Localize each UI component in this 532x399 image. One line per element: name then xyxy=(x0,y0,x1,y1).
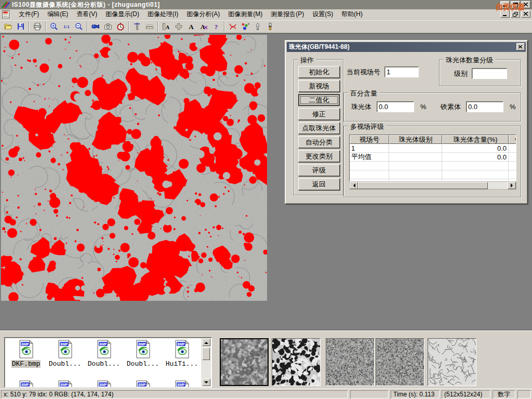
grade-input[interactable] xyxy=(472,68,507,79)
svg-text:BMP: BMP xyxy=(177,383,185,387)
file-browser[interactable]: BMPDKF.bmpBMPDoubl...BMPDoubl...BMPDoubl… xyxy=(4,337,212,388)
menu-item-0[interactable]: 文件(F) xyxy=(15,9,43,20)
caliper-icon[interactable] xyxy=(131,21,143,32)
dialog-close-button[interactable] xyxy=(516,43,525,50)
file-item-row2-3[interactable]: BMP xyxy=(124,380,162,388)
grid-tool-icon[interactable] xyxy=(172,21,185,32)
font-edit-icon[interactable]: A xyxy=(197,21,210,32)
help-icon[interactable]: ? xyxy=(210,21,222,32)
pearlite-label: 珠光体 xyxy=(351,102,371,112)
menu-item-9[interactable]: 帮助(H) xyxy=(337,9,367,20)
close-button[interactable] xyxy=(521,1,530,8)
curve-tool-icon[interactable] xyxy=(227,21,239,32)
pearlite-percent-input[interactable] xyxy=(377,101,414,112)
op-button-7[interactable]: 评级 xyxy=(298,164,340,176)
file-item-row2-0[interactable]: BMP xyxy=(7,380,45,388)
thumbnail-4[interactable] xyxy=(428,338,476,386)
table-row[interactable] xyxy=(350,170,516,179)
dialog-title-bar[interactable]: 珠光体(GB/T9441-88) xyxy=(287,42,526,52)
scroll-up-button[interactable] xyxy=(202,339,210,346)
grade-table[interactable]: 视场号珠光体级别珠光体含量(%)铁素体含量(%)10.0平均值0.0 xyxy=(349,135,516,181)
op-button-4[interactable]: 点取珠光体 xyxy=(298,122,340,134)
one-to-one-icon[interactable]: 1:1 xyxy=(60,21,73,32)
micrograph-image[interactable] xyxy=(1,35,267,301)
dialog-title: 珠光体(GB/T9441-88) xyxy=(289,43,350,51)
menu-item-3[interactable]: 图像显示(D) xyxy=(101,9,143,20)
zoom-out-icon[interactable] xyxy=(73,21,85,32)
open-icon[interactable] xyxy=(2,21,15,32)
file-scroll-thumb[interactable] xyxy=(202,348,210,360)
op-button-8[interactable]: 返回 xyxy=(298,178,340,190)
table-row[interactable]: 10.0 xyxy=(350,144,516,153)
menu-item-6[interactable]: 图像测量(M) xyxy=(224,9,267,20)
svg-text:A: A xyxy=(166,24,170,30)
pen-icon[interactable] xyxy=(251,21,264,32)
print-icon[interactable] xyxy=(31,21,44,32)
op-button-0[interactable]: 初始化 xyxy=(298,66,340,78)
toolbar-separator xyxy=(29,21,30,32)
op-button-6[interactable]: 更改类别 xyxy=(298,150,340,162)
file-item-4[interactable]: BMPHuiTi... xyxy=(163,340,201,368)
brush-icon[interactable] xyxy=(264,21,276,32)
file-item-row2-1[interactable]: BMP xyxy=(46,380,84,388)
op-button-3[interactable]: 修正 xyxy=(298,108,340,120)
scrollbar-thumb[interactable] xyxy=(358,182,488,189)
table-cell xyxy=(509,162,516,170)
save-icon[interactable] xyxy=(15,21,27,32)
menu-items: 文件(F)编辑(E)查看(V)图像显示(D)图像处理(I)图像分析(A)图像测量… xyxy=(15,9,367,20)
zoom-in-icon[interactable] xyxy=(48,21,60,32)
menu-item-2[interactable]: 查看(V) xyxy=(72,9,101,20)
table-header-0[interactable]: 视场号 xyxy=(350,135,389,144)
op-button-1[interactable]: 新视场 xyxy=(298,80,340,92)
thumbnail-0[interactable] xyxy=(220,338,269,386)
camera-icon[interactable] xyxy=(102,21,114,32)
table-cell: 平均值 xyxy=(350,153,389,162)
thumbnail-2[interactable] xyxy=(326,338,375,386)
table-header-1[interactable]: 珠光体级别 xyxy=(389,135,442,144)
maximize-button[interactable] xyxy=(511,1,520,8)
menu-item-8[interactable]: 设置(S) xyxy=(308,9,337,20)
file-item-row2-4[interactable]: BMP xyxy=(163,380,201,388)
current-field-input[interactable] xyxy=(384,66,419,77)
op-button-2[interactable]: 二值化 xyxy=(298,94,340,106)
file-item-2[interactable]: BMPDoubl... xyxy=(85,340,123,368)
ruler-icon[interactable] xyxy=(143,21,156,32)
pearlite-percent-field: 珠光体 % xyxy=(351,101,427,112)
menu-item-5[interactable]: 图像分析(A) xyxy=(182,9,224,20)
menu-item-1[interactable]: 编辑(E) xyxy=(43,9,72,20)
thumbnail-1[interactable] xyxy=(272,338,321,386)
bmp-file-icon: BMP xyxy=(135,340,151,358)
scroll-right-button[interactable] xyxy=(508,182,516,189)
empty-panel-2 xyxy=(517,390,531,398)
ferrite-percent-field: 铁素体 % xyxy=(441,101,516,112)
menu-item-4[interactable]: 图像处理(I) xyxy=(143,9,182,20)
ferrite-percent-input[interactable] xyxy=(466,101,503,112)
op-button-5[interactable]: 自动分类 xyxy=(298,136,340,148)
thumbnail-3[interactable] xyxy=(376,338,424,386)
document-icon[interactable] xyxy=(2,10,11,19)
font-icon[interactable]: A xyxy=(185,21,197,32)
menu-item-7[interactable]: 测量报告(P) xyxy=(267,9,308,20)
mdi-minimize-button[interactable] xyxy=(500,10,510,18)
bmp-file-icon: BMP xyxy=(96,380,112,388)
scroll-left-button[interactable] xyxy=(350,182,358,189)
file-item-0[interactable]: BMPDKF.bmp xyxy=(7,340,45,368)
file-item-1[interactable]: BMPDoubl... xyxy=(46,340,84,368)
measure-text-icon[interactable]: A xyxy=(160,21,172,32)
scroll-down-button[interactable] xyxy=(202,379,210,386)
video-camera-icon[interactable] xyxy=(89,21,102,32)
file-name: Doubl... xyxy=(126,360,159,368)
file-item-3[interactable]: BMPDoubl... xyxy=(124,340,162,368)
classify-dots-icon[interactable]: 3 xyxy=(239,21,251,32)
table-row[interactable] xyxy=(350,162,516,170)
mdi-restore-button[interactable] xyxy=(511,10,520,18)
table-header-2[interactable]: 珠光体含量(%) xyxy=(442,135,509,144)
table-hscrollbar[interactable] xyxy=(349,181,516,190)
table-row[interactable]: 平均值0.0 xyxy=(350,153,516,162)
mdi-close-button[interactable] xyxy=(521,10,530,18)
file-vscrollbar[interactable] xyxy=(201,338,211,387)
timer-icon[interactable] xyxy=(114,21,127,32)
table-header-3[interactable]: 铁素体含量(%) xyxy=(509,135,516,144)
file-item-row2-2[interactable]: BMP xyxy=(85,380,123,388)
minimize-button[interactable] xyxy=(500,1,510,8)
